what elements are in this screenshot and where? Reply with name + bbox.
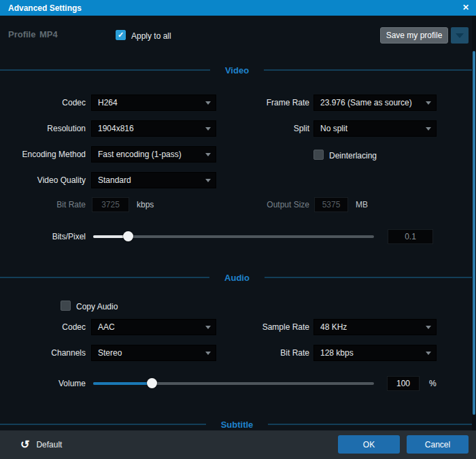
save-profile-button[interactable]: Save my profile	[380, 27, 448, 44]
divider-line	[264, 69, 474, 71]
copy-audio-checkbox[interactable]	[61, 301, 71, 311]
audio-bit-rate-dropdown[interactable]: 128 kbps	[313, 345, 437, 361]
slider-track[interactable]	[93, 235, 374, 238]
chevron-down-icon	[205, 101, 211, 105]
divider-line	[0, 424, 206, 425]
chevron-down-icon	[426, 127, 431, 131]
slider-fill	[93, 382, 152, 385]
slider-fill	[93, 235, 129, 238]
resolution-value: 1904x816	[98, 124, 134, 133]
output-size-unit: MB	[356, 197, 368, 212]
profile-label: Profile	[8, 29, 35, 39]
encoding-method-label: Encoding Method	[0, 146, 86, 163]
save-profile-dropdown-button[interactable]	[451, 27, 469, 44]
default-label: Default	[36, 440, 62, 449]
titlebar: Advanced Settings ✕	[0, 0, 476, 16]
chevron-down-icon	[205, 153, 211, 156]
output-size-label: Output Size	[224, 197, 309, 212]
channels-label: Channels	[0, 345, 86, 361]
chevron-down-icon	[205, 352, 211, 355]
ok-button[interactable]: OK	[338, 435, 400, 454]
default-button[interactable]: ↺ Default	[20, 439, 62, 450]
frame-rate-dropdown[interactable]: 23.976 (Same as source)	[313, 95, 437, 111]
video-section-title: Video	[225, 65, 249, 75]
copy-audio-label: Copy Audio	[76, 302, 118, 311]
cancel-button[interactable]: Cancel	[407, 435, 469, 454]
divider-line	[0, 69, 210, 71]
sample-rate-value: 48 KHz	[320, 322, 347, 332]
bit-rate-unit: kbps	[137, 197, 154, 212]
resolution-dropdown[interactable]: 1904x816	[91, 120, 216, 137]
resolution-label: Resolution	[0, 120, 86, 137]
video-section-header: Video	[0, 65, 474, 75]
profile-format-value: MP4	[39, 29, 58, 39]
slider-thumb[interactable]	[147, 378, 157, 388]
chevron-down-icon	[205, 326, 211, 329]
channels-value: Stereo	[98, 348, 122, 358]
bits-per-pixel-value-box[interactable]: 0.1	[388, 229, 433, 244]
bits-per-pixel-label: Bits/Pixel	[0, 228, 86, 245]
split-value: No split	[320, 124, 347, 133]
reset-icon: ↺	[20, 439, 29, 450]
frame-rate-value: 23.976 (Same as source)	[320, 98, 412, 107]
audio-bit-rate-value: 128 kbps	[320, 348, 354, 358]
audio-codec-dropdown[interactable]: AAC	[91, 319, 216, 335]
encoding-method-value: Fast encoding (1-pass)	[98, 150, 182, 159]
chevron-down-icon	[426, 101, 431, 105]
apply-to-all-checkbox[interactable]: ✓	[116, 30, 126, 40]
bits-per-pixel-value: 0.1	[405, 232, 416, 241]
chevron-down-icon	[456, 33, 464, 38]
volume-value: 100	[396, 379, 410, 388]
encoding-method-dropdown[interactable]: Fast encoding (1-pass)	[91, 146, 216, 163]
bit-rate-input[interactable]	[92, 197, 129, 212]
scrollbar-thumb[interactable]	[473, 51, 475, 415]
subtitle-section-title: Subtitle	[221, 420, 254, 430]
chevron-down-icon	[426, 352, 431, 355]
bit-rate-label: Bit Rate	[0, 197, 86, 212]
sample-rate-label: Sample Rate	[224, 319, 309, 335]
chevron-down-icon	[205, 127, 211, 131]
audio-codec-value: AAC	[98, 322, 115, 332]
check-icon: ✓	[118, 31, 124, 39]
dialog-title: Advanced Settings	[8, 3, 82, 13]
video-quality-value: Standard	[98, 175, 131, 185]
audio-codec-label: Codec	[0, 319, 86, 335]
divider-line	[0, 277, 209, 278]
frame-rate-label: Frame Rate	[224, 95, 309, 111]
bits-per-pixel-slider[interactable]	[93, 231, 374, 242]
deinterlacing-checkbox[interactable]	[313, 150, 324, 160]
divider-line	[268, 424, 474, 425]
volume-value-box[interactable]: 100	[387, 376, 420, 391]
video-quality-dropdown[interactable]: Standard	[91, 172, 216, 188]
audio-section-title: Audio	[224, 273, 250, 283]
advanced-settings-dialog: Advanced Settings ✕ Profile MP4 ✓ Apply …	[0, 0, 476, 459]
chevron-down-icon	[205, 179, 211, 182]
volume-label: Volume	[0, 375, 86, 392]
deinterlacing-label: Deinterlacing	[329, 151, 377, 160]
audio-section-header: Audio	[0, 272, 474, 283]
scrollbar-track[interactable]	[472, 16, 476, 430]
close-icon[interactable]: ✕	[462, 0, 469, 16]
output-size-input[interactable]	[314, 197, 348, 212]
sample-rate-dropdown[interactable]: 48 KHz	[313, 319, 437, 335]
divider-line	[265, 277, 474, 278]
video-codec-dropdown[interactable]: H264	[91, 95, 216, 111]
subtitle-section-header: Subtitle	[0, 419, 474, 430]
split-label: Split	[224, 120, 309, 137]
video-codec-value: H264	[98, 98, 118, 107]
apply-to-all-label: Apply to all	[131, 31, 171, 41]
chevron-down-icon	[426, 326, 431, 329]
video-quality-label: Video Quality	[0, 172, 86, 188]
codec-label: Codec	[0, 95, 86, 111]
audio-bit-rate-label: Bit Rate	[224, 345, 309, 361]
volume-unit: %	[429, 376, 437, 391]
volume-slider[interactable]	[93, 378, 374, 389]
footer-bar: ↺ Default	[0, 430, 476, 459]
slider-thumb[interactable]	[123, 231, 133, 241]
channels-dropdown[interactable]: Stereo	[91, 345, 216, 361]
split-dropdown[interactable]: No split	[313, 120, 437, 137]
